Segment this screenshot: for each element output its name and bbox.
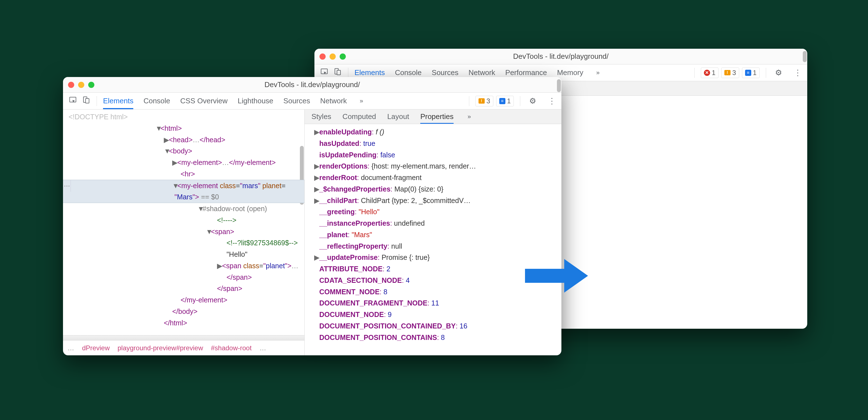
separator	[766, 68, 766, 78]
more-tabs-icon[interactable]: »	[593, 69, 602, 77]
close-icon[interactable]	[319, 54, 326, 60]
inspect-icon[interactable]	[69, 96, 77, 106]
tab-network[interactable]: Network	[320, 93, 347, 109]
minimize-icon[interactable]	[330, 54, 336, 60]
dom-html-close[interactable]: </html>	[63, 317, 304, 329]
property-row[interactable]: ▶__updatePromise: Promise {: true}	[307, 252, 561, 263]
dom-myelement1[interactable]: ▶<my-element>…</my-element>	[63, 157, 304, 168]
dom-myelement-close[interactable]: </my-element>	[63, 294, 304, 306]
settings-icon[interactable]: ⚙	[526, 96, 539, 106]
dom-html-open[interactable]: ▼<html>	[63, 123, 304, 134]
separator	[97, 96, 97, 106]
tab-lighthouse[interactable]: Lighthouse	[238, 93, 273, 109]
separator	[348, 68, 348, 78]
tab-cssoverview[interactable]: CSS Overview	[180, 93, 228, 109]
window-title: DevTools - lit.dev/playground/	[314, 52, 807, 61]
devtools-window-front: DevTools - lit.dev/playground/ Elements …	[63, 77, 561, 355]
tab-memory[interactable]: Memory	[557, 64, 583, 81]
subtab-layout[interactable]: Layout	[387, 110, 409, 124]
kebab-icon[interactable]: ⋮	[791, 68, 804, 77]
more-tabs-icon[interactable]: »	[357, 97, 366, 105]
property-row[interactable]: DOCUMENT_POSITION_CONTAINS: 8	[307, 332, 561, 343]
toolbar: Elements Console CSS Overview Lighthouse…	[63, 93, 561, 110]
property-row[interactable]: ▶renderRoot: document-fragment	[307, 172, 561, 183]
dom-comment2[interactable]: <!--?lit$927534869$-->	[63, 237, 304, 249]
window-title: DevTools - lit.dev/playground/	[63, 80, 561, 89]
dom-body-open[interactable]: ▼<body>	[63, 145, 304, 157]
dom-hr[interactable]: <hr>	[63, 168, 304, 180]
property-row[interactable]: ▶__childPart: ChildPart {type: 2, _$comm…	[307, 195, 561, 206]
main-tabs: Elements Console CSS Overview Lighthouse…	[103, 93, 463, 109]
warning-badge[interactable]: 3	[475, 96, 493, 107]
dom-shadow-root[interactable]: ▼#shadow-root (open)	[63, 203, 304, 214]
message-badge[interactable]: ≡1	[496, 96, 514, 107]
breadcrumb-more-left[interactable]: …	[67, 343, 74, 353]
dom-body-close[interactable]: </body>	[63, 306, 304, 317]
minimize-icon[interactable]	[78, 82, 84, 88]
property-row[interactable]: hasUpdated: true	[307, 138, 561, 149]
subtab-computed[interactable]: Computed	[342, 110, 376, 124]
dom-span-close-inner[interactable]: </span>	[63, 272, 304, 283]
separator	[520, 96, 520, 106]
breadcrumb-item[interactable]: playground-preview#preview	[118, 343, 203, 353]
property-row[interactable]: __greeting: "Hello"	[307, 206, 561, 217]
arrow-annotation-icon	[525, 258, 589, 294]
traffic-lights	[68, 82, 94, 88]
kebab-icon[interactable]: ⋮	[545, 96, 559, 106]
error-badge[interactable]: ✕1	[701, 67, 718, 78]
zoom-icon[interactable]	[340, 54, 346, 60]
device-icon[interactable]	[82, 96, 90, 106]
property-row[interactable]: isUpdatePending: false	[307, 149, 561, 161]
dom-selected-row[interactable]: ⋯ ▼<my-element class="mars" planet= "Mar…	[63, 180, 304, 203]
property-row[interactable]: ▶renderOptions: {host: my-element.mars, …	[307, 160, 561, 172]
settings-icon[interactable]: ⚙	[772, 68, 785, 77]
subtabs: Styles Computed Layout Properties »	[305, 110, 561, 124]
elements-pane[interactable]: <!DOCTYPE html> ▼<html> ▶<head>…</head> …	[63, 110, 305, 355]
property-row[interactable]: __instanceProperties: undefined	[307, 217, 561, 229]
properties-pane: Styles Computed Layout Properties » ▶ena…	[305, 110, 561, 355]
property-row[interactable]: COMMENT_NODE: 8	[307, 286, 561, 298]
property-row[interactable]: DOCUMENT_NODE: 9	[307, 309, 561, 320]
property-row[interactable]: CDATA_SECTION_NODE: 4	[307, 275, 561, 286]
separator	[694, 68, 695, 78]
svg-rect-5	[86, 98, 89, 103]
warning-badge[interactable]: 3	[721, 67, 739, 78]
tab-sources[interactable]: Sources	[283, 93, 310, 109]
subtab-styles[interactable]: Styles	[311, 110, 331, 124]
property-row[interactable]: ATTRIBUTE_NODE: 2	[307, 263, 561, 275]
dom-span-close[interactable]: </span>	[63, 283, 304, 294]
breadcrumb[interactable]: … dPreview playground-preview#preview #s…	[63, 340, 304, 355]
property-row[interactable]: __planet: "Mars"	[307, 229, 561, 241]
device-icon[interactable]	[334, 67, 342, 78]
dom-span-planet[interactable]: ▶<span class="planet">…	[63, 260, 304, 272]
breadcrumb-more-right[interactable]: …	[259, 343, 266, 353]
warn-count: 3	[732, 69, 736, 77]
tab-elements[interactable]: Elements	[103, 93, 133, 109]
tab-console[interactable]: Console	[143, 93, 170, 109]
subtab-properties[interactable]: Properties	[420, 110, 454, 124]
dom-span-open[interactable]: ▼<span>	[63, 226, 304, 237]
dom-head[interactable]: ▶<head>…</head>	[63, 134, 304, 146]
dom-textnode-hello[interactable]: "Hello"	[63, 249, 304, 260]
properties-list[interactable]: ▶enableUpdating: f ()hasUpdated: trueisU…	[305, 124, 561, 355]
svg-rect-3	[70, 97, 76, 102]
breadcrumb-item[interactable]: #shadow-root	[211, 343, 251, 353]
warn-count: 3	[486, 97, 490, 105]
dom-comment1[interactable]: <!---->	[63, 214, 304, 226]
msg-count: 1	[507, 97, 511, 105]
dom-tree[interactable]: <!DOCTYPE html> ▼<html> ▶<head>…</head> …	[63, 110, 304, 335]
more-subtabs-icon[interactable]: »	[465, 113, 474, 120]
dom-doctype[interactable]: <!DOCTYPE html>	[63, 111, 304, 123]
close-icon[interactable]	[68, 82, 74, 88]
property-row[interactable]: __reflectingProperty: null	[307, 241, 561, 252]
property-row[interactable]: ▶_$changedProperties: Map(0) {size: 0}	[307, 183, 561, 195]
horizontal-scrollbar[interactable]	[63, 335, 304, 340]
inspect-icon[interactable]	[320, 67, 329, 78]
property-row[interactable]: DOCUMENT_FRAGMENT_NODE: 11	[307, 297, 561, 309]
zoom-icon[interactable]	[88, 82, 94, 88]
property-row[interactable]: DOCUMENT_POSITION_CONTAINED_BY: 16	[307, 320, 561, 332]
message-badge[interactable]: ≡1	[742, 67, 760, 78]
row-marker-icon[interactable]: ⋯	[63, 180, 71, 192]
property-row[interactable]: ▶enableUpdating: f ()	[307, 126, 561, 138]
breadcrumb-item[interactable]: dPreview	[82, 343, 110, 353]
